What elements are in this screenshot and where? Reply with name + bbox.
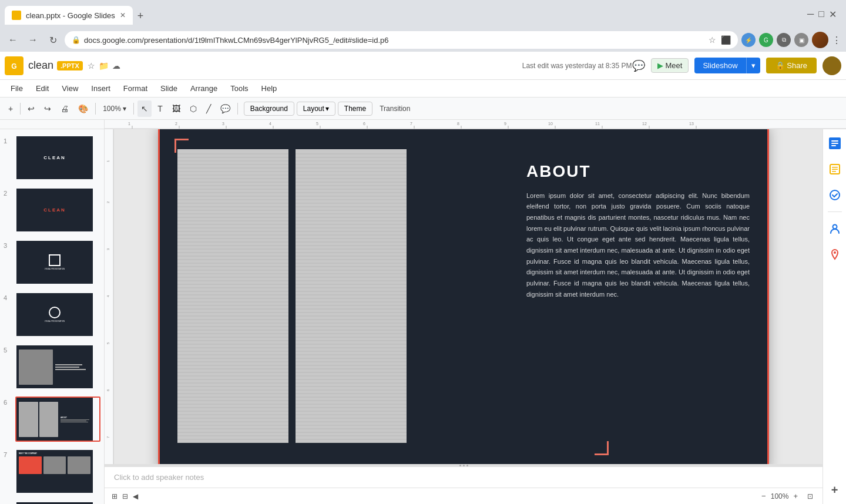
menu-insert[interactable]: Insert (85, 82, 116, 95)
columns-area[interactable] (177, 149, 407, 443)
location-icon[interactable] (825, 245, 844, 264)
lock-icon: 🔒 (72, 36, 80, 44)
speaker-notes[interactable]: Click to add speaker notes (105, 466, 822, 488)
slide-item-7[interactable]: 7 MEET THE COMPANY (2, 448, 102, 495)
about-section[interactable]: ABOUT Lorem ipsum dolor sit amet, consec… (526, 162, 750, 300)
svg-rect-212 (832, 171, 836, 172)
menu-arrange[interactable]: Arrange (184, 82, 223, 95)
app-header: G clean .PPTX ☆ 📁 ☁ Last edit was yester… (0, 52, 846, 80)
cast-icon[interactable]: ⬛ (721, 35, 731, 45)
svg-rect-208 (831, 145, 836, 146)
slide-thumb-3[interactable]: VISUAL PRESENTATION (15, 240, 100, 285)
transition-button[interactable]: Transition (375, 102, 415, 115)
extensions-icon[interactable]: ⧉ (777, 33, 791, 47)
person-icon[interactable] (825, 219, 844, 238)
back-button[interactable]: ← (5, 32, 21, 48)
list-view-button[interactable]: ⊟ (120, 490, 130, 503)
share-button[interactable]: 🔒 Share (766, 58, 817, 73)
add-tool-button[interactable]: + (5, 100, 16, 117)
refresh-button[interactable]: ↻ (45, 32, 61, 48)
window-icon[interactable]: ▣ (794, 33, 808, 47)
shape-tool[interactable]: ⬡ (186, 100, 200, 117)
meet-button[interactable]: ▶ Meet (651, 58, 689, 73)
thumb6-cols (19, 402, 58, 437)
right-sidebar-separator (828, 211, 842, 212)
theme-button[interactable]: Theme (338, 102, 372, 116)
menu-format[interactable]: Format (118, 82, 153, 95)
slide-canvas[interactable]: ABOUT Lorem ipsum dolor sit amet, consec… (158, 129, 769, 464)
comment-button[interactable]: 💬 (632, 59, 645, 72)
address-bar[interactable]: 🔒 docs.google.com/presentation/d/1t9lmIT… (65, 31, 738, 49)
thumb7-title: MEET THE COMPANY (19, 452, 90, 455)
menu-view[interactable]: View (56, 82, 84, 95)
maximize-button[interactable]: □ (818, 9, 824, 19)
slide-thumb-8[interactable]: ABOUT (15, 501, 100, 504)
slide-thumb-5[interactable] (15, 344, 100, 389)
slide-item-3[interactable]: 3 VISUAL PRESENTATION (2, 238, 102, 286)
ruler-vertical: 1 2 3 4 5 6 7 (105, 129, 114, 464)
zoom-in-button[interactable]: + (788, 490, 803, 502)
zoom-button[interactable]: 100% ▾ (99, 100, 130, 117)
print-button[interactable]: 🖨 (57, 100, 72, 117)
background-button[interactable]: Background (244, 102, 294, 116)
search-labs-icon[interactable]: ⚡ (741, 33, 756, 47)
slideshow-button[interactable]: Slideshow (694, 58, 746, 73)
slideshow-dropdown-button[interactable]: ▾ (746, 58, 760, 73)
google-slides-icon[interactable] (825, 134, 844, 153)
slide-thumb-1[interactable]: CLEAN (15, 135, 100, 180)
profile-avatar[interactable] (812, 32, 828, 48)
menu-slide[interactable]: Slide (155, 82, 183, 95)
slide-item-5[interactable]: 5 (2, 343, 102, 391)
svg-rect-206 (831, 140, 838, 142)
forward-button[interactable]: → (25, 32, 41, 48)
cloud-icon[interactable]: ☁ (112, 61, 120, 70)
user-profile-picture[interactable] (822, 56, 841, 75)
menu-help[interactable]: Help (256, 82, 283, 95)
account-icon[interactable]: G (759, 33, 773, 47)
menu-file[interactable]: File (5, 82, 29, 95)
cursor-tool[interactable]: ↖ (137, 100, 152, 117)
close-button[interactable]: ✕ (829, 9, 837, 20)
star-header-icon[interactable]: ☆ (88, 61, 95, 70)
slide-item-4[interactable]: 4 VISUAL PRESENTATION (2, 291, 102, 338)
new-tab-button[interactable]: + (133, 8, 149, 25)
folder-icon[interactable]: 📁 (99, 61, 109, 70)
add-icon[interactable]: + (825, 481, 844, 499)
text-tool[interactable]: T (154, 100, 166, 117)
slide-thumb-7[interactable]: MEET THE COMPANY (15, 449, 100, 494)
layout-button[interactable]: Layout ▾ (297, 102, 335, 116)
toolbar: + ↩ ↪ 🖨 🎨 100% ▾ ↖ T 🖼 ⬡ ╱ 💬 Background … (0, 98, 846, 120)
slide-item-6[interactable]: 6 ABOUT (2, 395, 102, 443)
ruler-horizontal: 1 2 3 4 5 6 7 8 9 10 11 12 13 (105, 120, 846, 129)
undo-button[interactable]: ↩ (24, 100, 38, 117)
left-column-image[interactable] (177, 149, 288, 443)
more-options-icon[interactable]: ⋮ (832, 35, 841, 46)
slide-thumb-6[interactable]: ABOUT (15, 397, 100, 442)
grid-view-button[interactable]: ⊞ (109, 490, 120, 503)
active-tab[interactable]: clean.pptx - Google Slides ✕ (5, 6, 133, 25)
tab-close-button[interactable]: ✕ (120, 11, 126, 19)
collapse-panel-button[interactable]: ◀ (130, 490, 140, 503)
image-tool[interactable]: 🖼 (169, 100, 184, 117)
check-circle-icon[interactable] (825, 186, 844, 204)
last-edit-text[interactable]: Last edit was yesterday at 8:35 PM (522, 62, 632, 70)
slide-item-2[interactable]: 2 CLEAN (2, 186, 102, 234)
comment-tool[interactable]: 💬 (217, 100, 234, 117)
slide-thumb-4[interactable]: VISUAL PRESENTATION (15, 292, 100, 337)
notes-icon[interactable] (825, 160, 844, 179)
star-icon[interactable]: ☆ (709, 35, 716, 45)
bottom-toolbar: ⊞ ⊟ ◀ − 100% + ⊡ (105, 488, 822, 504)
menu-tools[interactable]: Tools (224, 82, 254, 95)
slide-thumb-2[interactable]: CLEAN (15, 187, 100, 233)
zoom-out-button[interactable]: − (757, 490, 771, 502)
redo-button[interactable]: ↪ (41, 100, 55, 117)
menu-edit[interactable]: Edit (30, 82, 55, 95)
slide-item-1[interactable]: 1 CLEAN (2, 134, 102, 182)
slide-item-8[interactable]: 8 ABOUT (2, 500, 102, 504)
line-tool[interactable]: ╱ (203, 100, 214, 117)
right-column-image[interactable] (296, 149, 407, 443)
paint-button[interactable]: 🎨 (75, 100, 92, 117)
canvas-scroll[interactable]: 1 2 3 4 5 6 7 (105, 129, 822, 464)
minimize-button[interactable]: ─ (807, 9, 814, 19)
fit-to-screen-button[interactable]: ⊡ (803, 491, 818, 502)
